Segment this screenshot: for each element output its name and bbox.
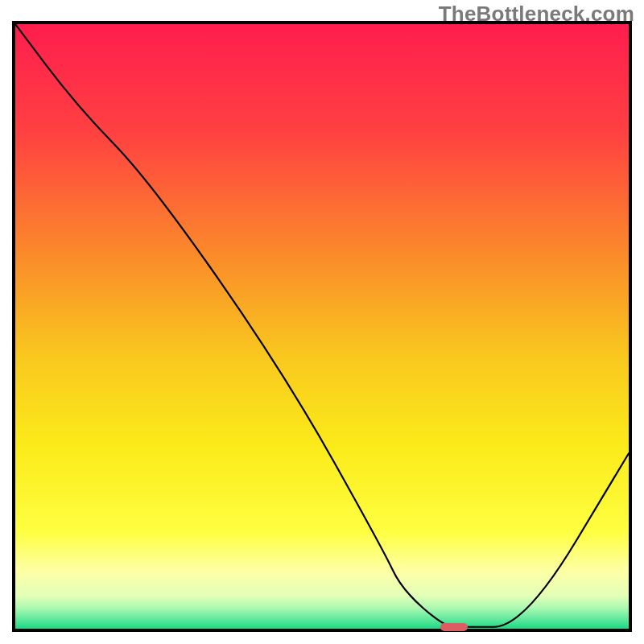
plot-area [15,24,629,629]
optimal-marker [440,623,468,631]
bottleneck-curve [15,24,629,629]
plot-border [12,21,632,632]
chart-frame: TheBottleneck.com [0,0,644,644]
